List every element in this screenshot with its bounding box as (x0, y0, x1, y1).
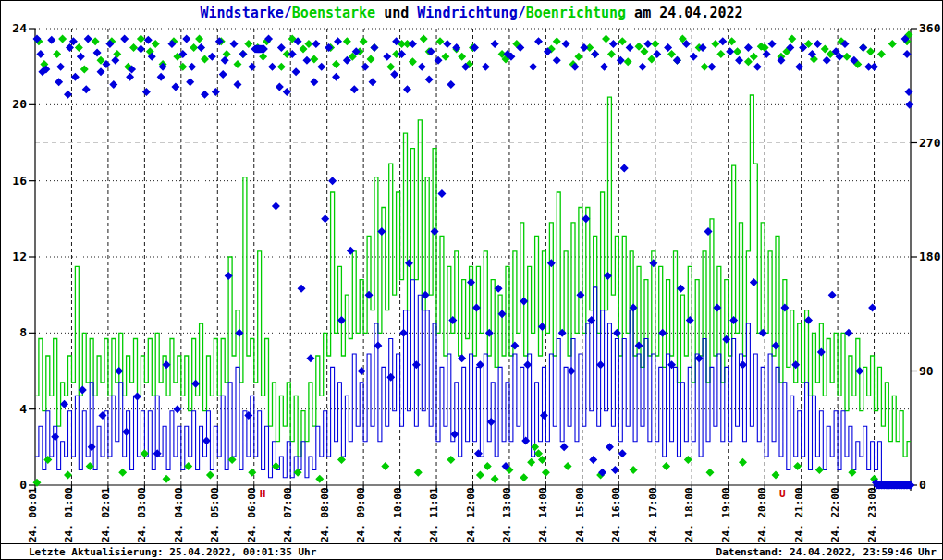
title-segment: und (375, 5, 417, 21)
x-tick-label: 24. 23:00 (866, 487, 878, 542)
x-tick-label: 24. 12:00 (465, 487, 477, 542)
x-tick-label: 24. 05:00 (209, 487, 221, 542)
y-right-tick-label: 270 (919, 136, 941, 150)
x-tick-label: 24. 21:00 (793, 487, 805, 542)
x-tick-label: 24. 10:00 (392, 487, 404, 542)
title-segment: Boenstarke (292, 5, 375, 21)
y-left-tick-label: 12 (12, 250, 27, 263)
x-tick-label: 24. 11:01 (428, 487, 440, 542)
x-tick-label: 24. 08:00 (319, 487, 331, 542)
x-tick-label: 24. 13:00 (501, 487, 513, 542)
x-tick-label: 24. 17:00 (647, 487, 659, 542)
x-tick-label: 24. 22:00 (829, 487, 841, 542)
data-timestamp-text: Datenstand: 24.04.2022, 23:59:46 Uhr (716, 546, 937, 558)
y-right-tick-label: 360 (919, 21, 941, 35)
y-right-tick-label: 0 (919, 478, 926, 492)
y-left-tick-label: 4 (19, 402, 27, 416)
x-tick-label: 24. 06:00 (246, 487, 258, 542)
y-left-tick-label: 24 (12, 21, 27, 35)
x-tick-label: 24. 09:00 (355, 487, 367, 542)
x-tick-label: 24. 20:00 (756, 487, 768, 542)
x-tick-label: 24. 03:00 (136, 487, 148, 542)
x-tick-label: 24. 16:00 (610, 487, 622, 542)
y-left-tick-label: 8 (19, 325, 27, 339)
x-tick-label: 24. 07:00 (282, 487, 294, 542)
x-tick-label: 24. 19:00 (720, 487, 732, 542)
x-tick-label: 24. 04:00 (173, 487, 185, 542)
y-right-tick-label: 90 (919, 364, 934, 378)
title-segment: am 24.04.2022 (626, 5, 742, 21)
annotation-marker: H (260, 488, 266, 500)
x-tick-label: 24. 15:00 (574, 487, 586, 542)
title-segment: Windrichtung/ (417, 5, 525, 21)
y-left-tick-label: 0 (19, 478, 27, 492)
weather-chart-page: Windstarke/Boenstarke und Windrichtung/B… (0, 0, 943, 560)
status-bar: Letzte Aktualisierung: 25.04.2022, 00:01… (1, 543, 942, 559)
x-tick-label: 24. 14:00 (537, 487, 549, 542)
x-tick-label: 24. 01:00 (63, 487, 75, 542)
title-segment: Boenrichtung (526, 5, 626, 21)
annotation-marker: U (779, 488, 786, 500)
y-right-tick-label: 180 (919, 250, 941, 263)
wind-chart: 0481216202409018027036024. 00:0124. 01:0… (1, 1, 943, 544)
x-tick-label: 24. 00:01 (27, 487, 39, 542)
x-tick-label: 24. 02:01 (100, 487, 112, 542)
title-segment: Windstarke/ (200, 5, 291, 21)
last-update-text: Letzte Aktualisierung: 25.04.2022, 00:01… (29, 546, 316, 558)
chart-title: Windstarke/Boenstarke und Windrichtung/B… (1, 5, 942, 21)
x-tick-label: 24. 18:00 (683, 487, 695, 542)
y-left-tick-label: 16 (12, 174, 27, 188)
y-left-tick-label: 20 (12, 97, 27, 111)
